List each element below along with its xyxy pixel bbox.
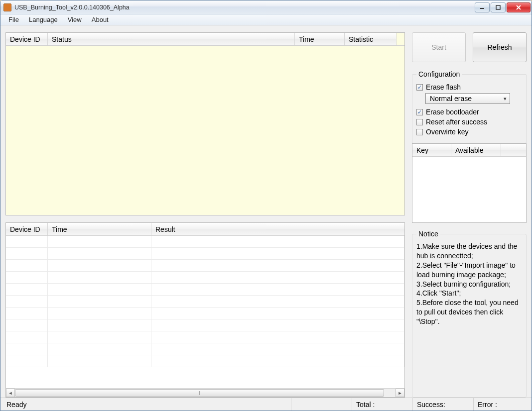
- titlebar[interactable]: USB_Burning_Tool_v2.0.0.140306_Alpha: [0, 0, 532, 14]
- minimize-button[interactable]: [475, 2, 490, 12]
- close-icon: [516, 5, 522, 10]
- table-row: [6, 355, 404, 367]
- window-title: USB_Burning_Tool_v2.0.0.140306_Alpha: [14, 4, 475, 11]
- app-icon: [3, 3, 11, 11]
- scroll-left-arrow-icon[interactable]: ◄: [6, 389, 15, 397]
- key-table-body[interactable]: [412, 157, 526, 222]
- status-ready: Ready: [2, 398, 291, 411]
- table-row: [6, 343, 404, 355]
- result-header: Device ID Time Result: [6, 223, 404, 236]
- svg-rect-1: [496, 5, 500, 9]
- overwrite-key-label: Overwirte key: [426, 128, 469, 136]
- minimize-icon: [480, 5, 485, 10]
- col-available[interactable]: Available: [451, 144, 501, 156]
- col-key[interactable]: Key: [412, 144, 451, 156]
- reset-after-label: Reset after success: [426, 118, 487, 126]
- device-status-table: Device ID Status Time Statistic: [5, 32, 405, 215]
- content-area: Device ID Status Time Statistic Device I…: [0, 25, 532, 398]
- table-row: [6, 308, 404, 319]
- configuration-legend: Configuration: [416, 70, 462, 78]
- table-row: [6, 319, 404, 331]
- table-row: [6, 284, 404, 296]
- scroll-thumb[interactable]: [15, 389, 384, 397]
- app-window: USB_Burning_Tool_v2.0.0.140306_Alpha Fil…: [0, 0, 532, 411]
- status-total: Total :: [352, 398, 413, 411]
- col-status[interactable]: Status: [48, 33, 295, 45]
- start-button[interactable]: Start: [412, 32, 466, 62]
- key-table: Key Available: [412, 143, 527, 223]
- table-row: [6, 331, 404, 343]
- menu-about[interactable]: About: [87, 15, 114, 24]
- table-row: [6, 236, 404, 248]
- status-success: Success:: [413, 398, 474, 411]
- result-body[interactable]: [6, 236, 404, 388]
- table-row: [6, 296, 404, 308]
- left-column: Device ID Status Time Statistic Device I…: [5, 32, 405, 398]
- right-column: Start Refresh Configuration Erase flash …: [412, 32, 527, 398]
- configuration-group: Configuration Erase flash Normal erase E…: [412, 70, 527, 143]
- col-result-result[interactable]: Result: [151, 223, 404, 235]
- menu-file[interactable]: File: [3, 15, 24, 24]
- result-table: Device ID Time Result: [5, 222, 405, 398]
- col-time[interactable]: Time: [295, 33, 345, 45]
- erase-flash-checkbox[interactable]: [416, 84, 423, 91]
- horizontal-scrollbar[interactable]: ◄ ►: [6, 388, 404, 397]
- overwrite-key-checkbox[interactable]: [416, 129, 423, 135]
- erase-flash-label: Erase flash: [426, 83, 461, 91]
- notice-legend: Notice: [416, 230, 440, 238]
- col-key-spacer: [501, 144, 526, 156]
- erase-bootloader-checkbox[interactable]: [416, 109, 423, 115]
- statusbar: Ready Total : Success: Error :: [0, 398, 532, 411]
- menu-language[interactable]: Language: [24, 15, 63, 24]
- table-row: [6, 248, 404, 260]
- device-status-header: Device ID Status Time Statistic: [6, 33, 404, 46]
- notice-text: 1.Make sure the devices and the hub is c…: [416, 242, 522, 326]
- reset-after-checkbox[interactable]: [416, 119, 423, 125]
- menubar: File Language View About: [0, 14, 532, 25]
- col-result-time[interactable]: Time: [48, 223, 151, 235]
- menu-view[interactable]: View: [63, 15, 87, 24]
- col-statistic[interactable]: Statistic: [345, 33, 397, 45]
- maximize-button[interactable]: [491, 2, 506, 12]
- scroll-track[interactable]: [15, 389, 396, 397]
- erase-mode-selected: Normal erase: [430, 95, 472, 103]
- col-spacer: [397, 33, 404, 45]
- erase-mode-combo[interactable]: Normal erase: [425, 93, 510, 104]
- scroll-right-arrow-icon[interactable]: ►: [396, 389, 404, 397]
- col-device-id[interactable]: Device ID: [6, 33, 48, 45]
- device-status-body[interactable]: [6, 46, 404, 215]
- col-result-device-id[interactable]: Device ID: [6, 223, 48, 235]
- close-button[interactable]: [507, 2, 531, 12]
- status-blank: [291, 398, 352, 411]
- erase-bootloader-label: Erase bootloader: [426, 108, 479, 116]
- refresh-button[interactable]: Refresh: [473, 32, 527, 62]
- table-row: [6, 260, 404, 272]
- status-error: Error :: [474, 398, 530, 411]
- key-table-header: Key Available: [412, 144, 526, 157]
- notice-group: Notice 1.Make sure the devices and the h…: [412, 230, 527, 398]
- table-row: [6, 272, 404, 284]
- maximize-icon: [496, 5, 501, 10]
